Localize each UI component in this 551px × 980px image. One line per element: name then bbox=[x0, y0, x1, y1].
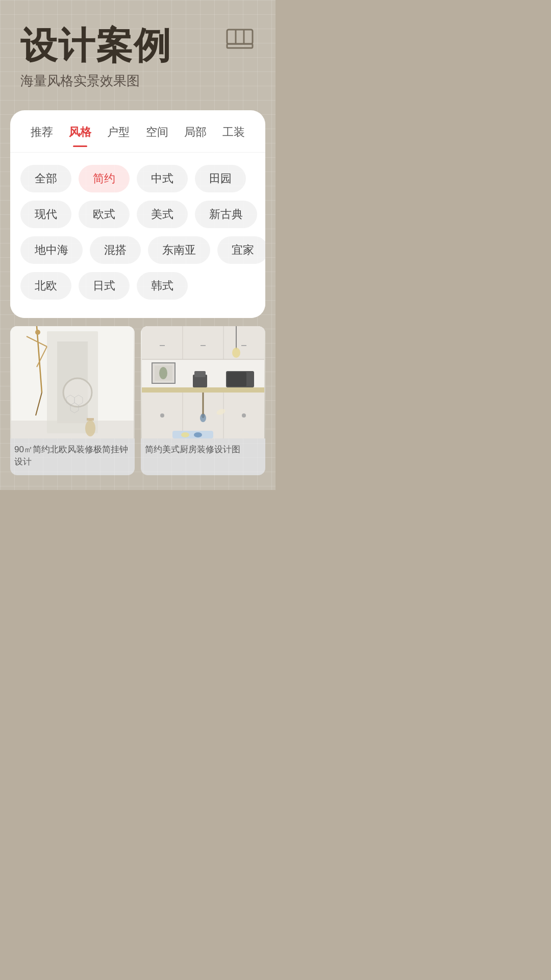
image-right bbox=[141, 326, 265, 438]
chip-garden[interactable]: 田园 bbox=[195, 165, 246, 192]
svg-rect-48 bbox=[172, 431, 213, 438]
tab-space[interactable]: 空间 bbox=[138, 121, 176, 143]
svg-point-35 bbox=[242, 413, 246, 418]
tab-style[interactable]: 风格 bbox=[61, 121, 99, 143]
svg-point-16 bbox=[35, 330, 40, 335]
chip-simple[interactable]: 简约 bbox=[79, 165, 130, 192]
chip-nordic[interactable]: 北欧 bbox=[20, 272, 71, 300]
tab-commercial[interactable]: 工装 bbox=[215, 121, 253, 143]
chip-chinese[interactable]: 中式 bbox=[137, 165, 188, 192]
svg-point-37 bbox=[232, 348, 240, 358]
chips-row-1: 全部 简约 中式 田园 bbox=[20, 165, 255, 192]
image-caption-left: 90㎡简约北欧风装修极简挂钟设计 bbox=[10, 438, 135, 475]
chips-area: 全部 简约 中式 田园 现代 欧式 美式 新古典 地中海 混搭 东南亚 宜家 bbox=[10, 153, 265, 318]
svg-rect-20 bbox=[87, 418, 94, 421]
svg-point-49 bbox=[181, 432, 189, 437]
tabs-row: 推荐 风格 户型 空间 局部 工装 bbox=[10, 110, 265, 153]
chip-european[interactable]: 欧式 bbox=[79, 201, 130, 228]
tab-recommended[interactable]: 推荐 bbox=[22, 121, 61, 143]
svg-rect-8 bbox=[11, 421, 134, 438]
chip-neoclassical[interactable]: 新古典 bbox=[195, 201, 257, 228]
chip-modern[interactable]: 现代 bbox=[20, 201, 71, 228]
page-wrapper: 设计案例 海量风格实景效果图 推荐 风格 户型 空间 局部 工装 bbox=[0, 0, 276, 490]
chips-row-3: 地中海 混搭 东南亚 宜家 bbox=[20, 236, 255, 264]
svg-rect-0 bbox=[227, 30, 253, 44]
main-card: 推荐 风格 户型 空间 局部 工装 全部 简约 中式 田园 现代 欧式 美式 新… bbox=[10, 110, 265, 318]
chip-mediterranean[interactable]: 地中海 bbox=[20, 236, 83, 264]
svg-point-19 bbox=[85, 420, 95, 436]
image-left bbox=[10, 326, 135, 438]
svg-rect-1 bbox=[227, 44, 253, 48]
chip-ikea[interactable]: 宜家 bbox=[217, 236, 265, 264]
chip-japanese[interactable]: 日式 bbox=[79, 272, 130, 300]
page-subtitle: 海量风格实景效果图 bbox=[20, 72, 255, 90]
chip-american[interactable]: 美式 bbox=[137, 201, 188, 228]
svg-rect-44 bbox=[227, 372, 246, 386]
svg-point-33 bbox=[160, 413, 164, 418]
svg-rect-29 bbox=[142, 387, 264, 393]
page-title: 设计案例 bbox=[20, 26, 255, 66]
svg-rect-22 bbox=[142, 326, 264, 359]
chips-row-2: 现代 欧式 美式 新古典 bbox=[20, 201, 255, 228]
svg-point-10 bbox=[64, 379, 91, 406]
bookmark-icon bbox=[224, 26, 255, 51]
image-card-right[interactable]: 简约美式厨房装修设计图 bbox=[141, 326, 265, 475]
chip-mixed[interactable]: 混搭 bbox=[90, 236, 141, 264]
svg-point-50 bbox=[194, 432, 202, 437]
svg-rect-42 bbox=[194, 371, 206, 377]
chip-southeast-asian[interactable]: 东南亚 bbox=[148, 236, 210, 264]
chips-row-4: 北欧 日式 韩式 bbox=[20, 272, 255, 300]
tab-layout[interactable]: 户型 bbox=[99, 121, 138, 143]
svg-point-40 bbox=[159, 367, 167, 379]
tab-partial[interactable]: 局部 bbox=[176, 121, 214, 143]
image-caption-right: 简约美式厨房装修设计图 bbox=[141, 438, 265, 463]
header-section: 设计案例 海量风格实景效果图 bbox=[0, 0, 276, 105]
images-section: 90㎡简约北欧风装修极简挂钟设计 bbox=[0, 318, 276, 475]
chip-korean[interactable]: 韩式 bbox=[137, 272, 188, 300]
chip-all[interactable]: 全部 bbox=[20, 165, 71, 192]
svg-point-46 bbox=[200, 414, 206, 422]
image-card-left[interactable]: 90㎡简约北欧风装修极简挂钟设计 bbox=[10, 326, 135, 475]
